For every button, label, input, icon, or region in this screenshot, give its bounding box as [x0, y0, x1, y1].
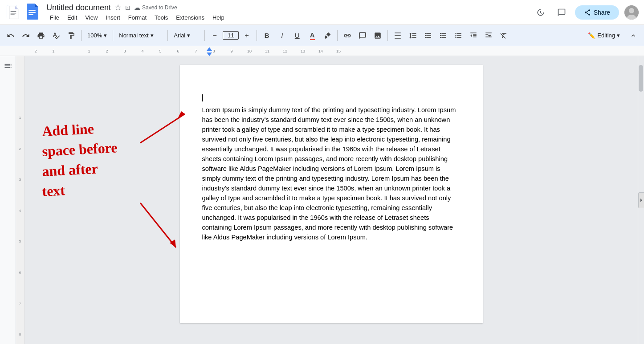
- annotation-overlay: Add line space before and after text: [29, 101, 185, 344]
- svg-rect-6: [29, 10, 36, 11]
- separator-7: [387, 30, 388, 41]
- link-button[interactable]: [340, 28, 355, 43]
- separator-3: [167, 30, 168, 41]
- svg-text:2: 2: [19, 147, 21, 151]
- svg-rect-8: [29, 14, 33, 15]
- indent-more-button[interactable]: [481, 28, 496, 43]
- svg-text:8: 8: [19, 332, 21, 336]
- svg-text:3: 3: [123, 49, 126, 53]
- svg-text:5: 5: [159, 49, 161, 53]
- document-title[interactable]: Untitled document: [46, 3, 111, 12]
- menu-insert[interactable]: Insert: [102, 13, 124, 22]
- star-icon[interactable]: ☆: [114, 3, 122, 12]
- font-size-plus-button[interactable]: +: [240, 28, 254, 43]
- google-docs-icon: [5, 4, 21, 20]
- text-cursor: [202, 94, 203, 101]
- scrollbar-area: [638, 56, 644, 344]
- svg-text:7: 7: [195, 49, 197, 53]
- zoom-dropdown[interactable]: 100% ▾: [84, 28, 110, 43]
- expand-handle[interactable]: [638, 192, 644, 208]
- svg-text:5: 5: [19, 239, 21, 243]
- text-color-button[interactable]: A: [305, 28, 319, 43]
- svg-text:8: 8: [212, 49, 215, 53]
- italic-button[interactable]: I: [275, 28, 289, 43]
- line-spacing-button[interactable]: [406, 28, 420, 43]
- document-page[interactable]: Lorem Ipsum is simply dummy text of the …: [180, 65, 483, 323]
- checklist-button[interactable]: [421, 28, 435, 43]
- highlight-button[interactable]: [320, 28, 334, 43]
- svg-text:14: 14: [318, 49, 323, 53]
- svg-point-10: [629, 8, 634, 13]
- separator-4: [204, 30, 205, 41]
- history-button[interactable]: [532, 4, 548, 20]
- redo-button[interactable]: [19, 28, 33, 43]
- bullet-list-button[interactable]: [436, 28, 450, 43]
- clear-format-button[interactable]: [497, 28, 511, 43]
- svg-text:6: 6: [19, 271, 21, 275]
- svg-text:4: 4: [141, 49, 143, 53]
- svg-line-47: [140, 203, 176, 247]
- menu-file[interactable]: File: [46, 13, 63, 22]
- svg-text:2: 2: [34, 49, 37, 53]
- share-button[interactable]: Share: [575, 5, 619, 20]
- svg-text:Add line: Add line: [41, 121, 94, 139]
- svg-text:12: 12: [283, 49, 287, 53]
- menu-view[interactable]: View: [82, 13, 101, 22]
- svg-text:4: 4: [19, 209, 21, 213]
- svg-rect-3: [11, 12, 16, 13]
- collapse-toolbar-button[interactable]: [626, 28, 640, 43]
- document-body[interactable]: Lorem Ipsum is simply dummy text of the …: [202, 105, 461, 242]
- spellcheck-button[interactable]: [49, 28, 63, 43]
- svg-line-45: [140, 114, 185, 143]
- separator-2: [113, 30, 113, 41]
- cloud-icon: ☁: [134, 4, 140, 11]
- editing-dropdown-icon: ▾: [617, 32, 620, 39]
- comment-button[interactable]: [355, 28, 370, 43]
- svg-text:space before: space before: [41, 139, 118, 159]
- editing-mode-button[interactable]: ✏️ Editing ▾: [583, 30, 625, 41]
- font-dropdown[interactable]: Arial ▾: [171, 28, 202, 43]
- svg-rect-32: [16, 58, 24, 344]
- align-button[interactable]: [391, 28, 405, 43]
- vertical-ruler: 1 2 3 4 5 6 7 8: [16, 56, 24, 344]
- svg-text:text: text: [41, 182, 65, 199]
- underline-button[interactable]: U: [290, 28, 304, 43]
- indent-less-button[interactable]: [466, 28, 481, 43]
- separator-5: [257, 30, 257, 41]
- scrollbar-thumb[interactable]: [639, 65, 643, 92]
- separator-1: [81, 30, 82, 41]
- separator-6: [337, 30, 338, 41]
- menu-extensions[interactable]: Extensions: [172, 13, 208, 22]
- left-sidebar: 1 2 3 4 5 6 7 8: [0, 56, 24, 344]
- outline-icon[interactable]: [2, 60, 14, 74]
- paint-format-button[interactable]: [64, 28, 78, 43]
- svg-marker-48: [170, 239, 176, 247]
- font-size-input[interactable]: 11: [223, 31, 239, 40]
- app-logo: [26, 4, 42, 21]
- image-button[interactable]: [371, 28, 385, 43]
- undo-button[interactable]: [4, 28, 18, 43]
- svg-rect-2: [11, 11, 16, 12]
- cursor-position: [202, 92, 461, 101]
- svg-rect-7: [29, 12, 36, 13]
- svg-text:11: 11: [265, 49, 269, 53]
- folder-icon[interactable]: ⊡: [125, 4, 130, 11]
- font-size-minus-button[interactable]: −: [208, 28, 222, 43]
- menu-format[interactable]: Format: [125, 13, 150, 22]
- print-button[interactable]: [34, 28, 48, 43]
- comments-button[interactable]: [554, 4, 570, 20]
- menu-edit[interactable]: Edit: [64, 13, 81, 22]
- bold-button[interactable]: B: [260, 28, 274, 43]
- style-dropdown[interactable]: Normal text ▾: [116, 28, 165, 43]
- editing-pencil-icon: ✏️: [588, 32, 595, 39]
- svg-text:7: 7: [19, 302, 21, 306]
- user-avatar[interactable]: [624, 5, 639, 20]
- svg-text:15: 15: [336, 49, 341, 53]
- editing-label: Editing: [597, 32, 615, 39]
- ruler-svg: 2 1 1 2 3 4 5 6 7 8 9 10 11 12 13 14 15: [0, 46, 644, 56]
- svg-text:1: 1: [88, 49, 90, 53]
- menu-tools[interactable]: Tools: [151, 13, 171, 22]
- svg-text:3: 3: [19, 178, 21, 182]
- numbered-list-button[interactable]: [451, 28, 465, 43]
- menu-help[interactable]: Help: [209, 13, 228, 22]
